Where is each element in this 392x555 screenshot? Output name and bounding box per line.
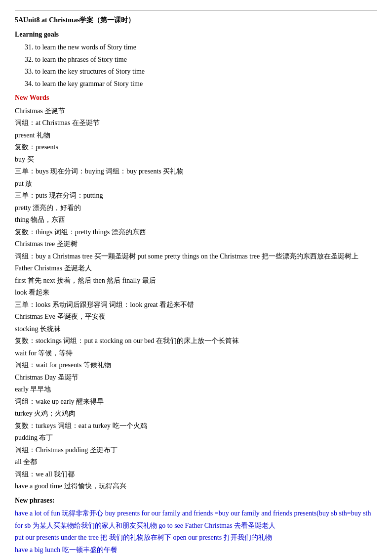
word-line-11: Christmas tree 圣诞树	[15, 238, 377, 251]
word-line-1: 词组：at Christmas 在圣诞节	[15, 117, 377, 129]
word-line-17: Christmas Eve 圣诞夜，平安夜	[15, 311, 377, 323]
word-line-20: wait for 等候，等待	[15, 347, 377, 360]
word-line-18: stocking 长统袜	[15, 323, 377, 336]
word-line-10: 复数：things 词组：pretty things 漂亮的东西	[15, 226, 377, 239]
word-line-6: put 放	[15, 178, 377, 190]
word-line-12: 词组：buy a Christmas tree 买一颗圣诞树 put some …	[15, 251, 377, 263]
words-list: Christmas 圣诞节 词组：at Christmas 在圣诞节 prese…	[15, 105, 377, 493]
phrase-0: have a lot of fun 玩得非常开心 buy presents fo…	[15, 508, 377, 532]
word-line-26: 复数：turkeys 词组：eat a turkey 吃一个火鸡	[15, 420, 377, 432]
phrase-1: put our presents under the tree 把 我们的礼物放…	[15, 532, 377, 544]
goals-list: 31. to learn the new words of Story time…	[15, 42, 377, 90]
word-line-9: thing 物品，东西	[15, 214, 377, 226]
page-container: 5AUnit8 at Christmas学案（第一课时） Learning go…	[15, 10, 377, 555]
word-line-4: buy 买	[15, 154, 377, 166]
word-line-13: Father Christmas 圣诞老人	[15, 262, 377, 275]
new-words-header: New Words	[15, 92, 377, 104]
goal-4: 34. to learn the key grammar of Story ti…	[15, 78, 377, 90]
word-line-28: 词组：Christmas pudding 圣诞布丁	[15, 444, 377, 457]
word-line-30: 词组：we all 我们都	[15, 469, 377, 481]
page-title: 5AUnit8 at Christmas学案（第一课时）	[15, 14, 377, 27]
word-line-25: turkey 火鸡；火鸡肉	[15, 408, 377, 420]
word-line-27: pudding 布丁	[15, 432, 377, 444]
learning-goals-header: Learning goals	[15, 29, 377, 41]
goal-1: 31. to learn the new words of Story time	[15, 42, 377, 54]
word-line-5: 三单：buys 现在分词：buying 词组：buy presents 买礼物	[15, 166, 377, 178]
word-line-16: 三单：looks 系动词后跟形容词 词组：look great 看起来不错	[15, 299, 377, 311]
word-line-21: 词组：wait for presents 等候礼物	[15, 359, 377, 372]
word-line-15: look 看起来	[15, 287, 377, 299]
top-border	[15, 10, 377, 10]
word-line-3: 复数：presents	[15, 141, 377, 154]
word-line-19: 复数：stockings 词组：put a stocking on our be…	[15, 335, 377, 347]
word-line-23: early 早早地	[15, 384, 377, 396]
word-line-14: first 首先 next 接着，然后 then 然后 finally 最后	[15, 275, 377, 287]
word-line-0: Christmas 圣诞节	[15, 105, 377, 118]
new-phrases-header: New phrases:	[15, 495, 377, 507]
goal-3: 33. to learn the key structures of Story…	[15, 66, 377, 78]
word-line-8: pretty 漂亮的，好看的	[15, 202, 377, 214]
word-line-2: present 礼物	[15, 129, 377, 142]
word-line-22: Christmas Day 圣诞节	[15, 372, 377, 384]
word-line-31: have a good time 过得愉快，玩得高兴	[15, 480, 377, 493]
word-line-7: 三单：puts 现在分词：putting	[15, 190, 377, 202]
word-line-24: 词组：wake up early 醒来得早	[15, 396, 377, 408]
goal-2: 32. to learn the phrases of Story time	[15, 54, 377, 66]
phrase-2: have a big lunch 吃一顿丰盛的午餐	[15, 544, 377, 555]
word-line-29: all 全都	[15, 456, 377, 469]
phrases-list: have a lot of fun 玩得非常开心 buy presents fo…	[15, 508, 377, 555]
